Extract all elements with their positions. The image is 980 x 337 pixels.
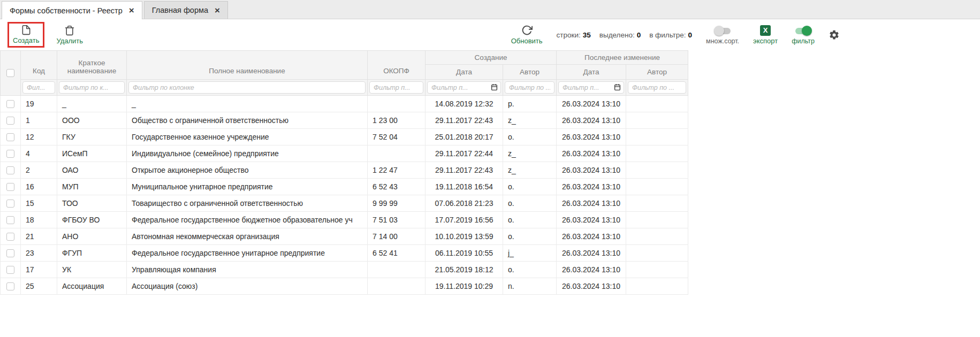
row-checkbox-cell[interactable]	[1, 195, 21, 212]
filter-input-full-name[interactable]	[128, 81, 366, 94]
calendar-icon[interactable]	[614, 84, 621, 91]
filter-input-code[interactable]	[22, 81, 55, 94]
tab-forms-registry[interactable]: Формы собственности - Реестр ×	[2, 1, 142, 19]
table-row[interactable]: 17 УК Управляющая компания 21.05.2019 18…	[1, 262, 688, 278]
column-header-created-date[interactable]: Дата	[426, 65, 503, 80]
row-checkbox[interactable]	[6, 233, 14, 241]
row-checkbox[interactable]	[6, 266, 14, 274]
multisort-toggle[interactable]: множ.сорт.	[706, 25, 739, 45]
cell-okopf	[368, 278, 426, 295]
toggle-on-track[interactable]	[795, 28, 811, 34]
tab-label: Формы собственности - Реестр	[10, 6, 123, 15]
stat-filtered: в фильтре:0	[649, 31, 692, 39]
row-checkbox[interactable]	[6, 150, 14, 158]
row-checkbox[interactable]	[6, 216, 14, 224]
row-checkbox-cell[interactable]	[1, 278, 21, 295]
select-all-cell[interactable]	[1, 51, 21, 96]
calendar-icon[interactable]	[491, 84, 498, 91]
close-icon[interactable]: ×	[215, 6, 220, 15]
cell-short-name: ООО	[57, 112, 127, 129]
tab-bar: Формы собственности - Реестр × Главная ф…	[0, 0, 980, 19]
refresh-button[interactable]: Обновить	[511, 25, 543, 45]
filter-input-modified-author[interactable]	[628, 81, 686, 94]
row-checkbox[interactable]	[6, 100, 14, 108]
cell-code: 15	[21, 195, 57, 212]
row-checkbox[interactable]	[6, 200, 14, 208]
toolbar-right: Обновить строки:35 выделено:0 в фильтре:…	[511, 25, 840, 45]
row-checkbox-cell[interactable]	[1, 179, 21, 195]
stat-rows-value: 35	[583, 31, 591, 39]
toggle-off-track[interactable]	[715, 28, 731, 34]
table-row[interactable]: 21 АНО Автономная некоммерческая организ…	[1, 228, 688, 245]
column-header-okopf[interactable]: ОКОПФ	[368, 51, 426, 80]
column-header-full-name[interactable]: Полное наименование	[127, 51, 368, 80]
grid-container: Код Краткое наименование Полное наименов…	[0, 50, 980, 295]
row-checkbox[interactable]	[6, 183, 14, 191]
table-row[interactable]: 16 МУП Муниципальное унитарное предприят…	[1, 179, 688, 195]
cell-okopf: 9 99 99	[368, 195, 426, 212]
row-checkbox[interactable]	[6, 117, 14, 125]
column-header-modified-author[interactable]: Автор	[626, 65, 688, 80]
cell-okopf: 1 23 00	[368, 112, 426, 129]
column-header-code[interactable]: Код	[21, 51, 57, 80]
create-button[interactable]: Создать	[13, 25, 39, 44]
excel-icon: X	[760, 25, 771, 36]
row-checkbox-cell[interactable]	[1, 162, 21, 179]
cell-short-name: _	[57, 96, 127, 112]
export-button[interactable]: X экспорт	[753, 25, 778, 45]
row-checkbox[interactable]	[6, 133, 14, 141]
table-row[interactable]: 23 ФГУП Федеральное государственное унит…	[1, 245, 688, 262]
cell-modified-author	[626, 162, 688, 179]
row-checkbox-cell[interactable]	[1, 96, 21, 112]
cell-modified-author	[626, 262, 688, 278]
cell-full-name: Автономная некоммерческая организация	[127, 228, 368, 245]
cell-created-date: 10.10.2019 13:59	[426, 228, 503, 245]
row-checkbox[interactable]	[6, 282, 14, 290]
row-checkbox-cell[interactable]	[1, 129, 21, 145]
row-checkbox-cell[interactable]	[1, 228, 21, 245]
close-icon[interactable]: ×	[129, 6, 134, 15]
filter-cell-short-name	[57, 80, 127, 96]
settings-button[interactable]	[829, 29, 840, 41]
select-all-checkbox[interactable]	[6, 69, 14, 77]
delete-button[interactable]: Удалить	[56, 25, 83, 45]
group-header-creation: Создание	[426, 51, 557, 65]
table-row[interactable]: 15 ТОО Товарищество с ограниченной ответ…	[1, 195, 688, 212]
filter-cell-created-date	[426, 80, 503, 96]
filter-input-okopf[interactable]	[369, 81, 423, 94]
cell-short-name: МУП	[57, 179, 127, 195]
row-checkbox-cell[interactable]	[1, 262, 21, 278]
table-row[interactable]: 1 ООО Общество с ограниченной ответствен…	[1, 112, 688, 129]
cell-short-name: ТОО	[57, 195, 127, 212]
filter-input-created-author[interactable]	[505, 81, 554, 94]
table-row[interactable]: 25 Ассоциация Ассоциация (союз) 19.11.20…	[1, 278, 688, 295]
table-row[interactable]: 19 _ _ 14.08.2019 12:32 p. 26.03.2024 13…	[1, 96, 688, 112]
cell-full-name: Федеральное государственное унитарное пр…	[127, 245, 368, 262]
filter-input-short-name[interactable]	[59, 81, 125, 94]
cell-modified-date: 26.03.2024 13:10	[557, 96, 626, 112]
row-checkbox-cell[interactable]	[1, 112, 21, 129]
cell-created-author: z_	[503, 162, 557, 179]
filter-toggle[interactable]: фильтр	[792, 25, 815, 45]
cell-created-author: n.	[503, 278, 557, 295]
cell-modified-author	[626, 195, 688, 212]
cell-modified-author	[626, 112, 688, 129]
table-row[interactable]: 18 ФГБОУ ВО Федеральное государственное …	[1, 212, 688, 228]
row-checkbox-cell[interactable]	[1, 212, 21, 228]
cell-short-name: ФГУП	[57, 245, 127, 262]
column-header-short-name[interactable]: Краткое наименование	[57, 51, 127, 80]
column-header-created-author[interactable]: Автор	[503, 65, 557, 80]
row-checkbox[interactable]	[6, 249, 14, 257]
row-checkbox-cell[interactable]	[1, 245, 21, 262]
cell-modified-author	[626, 245, 688, 262]
tab-label: Главная форма	[152, 6, 208, 14]
row-checkbox-cell[interactable]	[1, 145, 21, 162]
table-row[interactable]: 4 ИСемП Индивидуальное (семейное) предпр…	[1, 145, 688, 162]
filter-input-created-date[interactable]	[427, 81, 501, 94]
table-row[interactable]: 12 ГКУ Государственное казенное учрежден…	[1, 129, 688, 145]
row-checkbox[interactable]	[6, 166, 14, 174]
cell-created-date: 29.11.2017 22:43	[426, 112, 503, 129]
tab-main-form[interactable]: Главная форма ×	[144, 1, 228, 19]
column-header-modified-date[interactable]: Дата	[557, 65, 626, 80]
table-row[interactable]: 2 ОАО Открытое акционерное общество 1 22…	[1, 162, 688, 179]
